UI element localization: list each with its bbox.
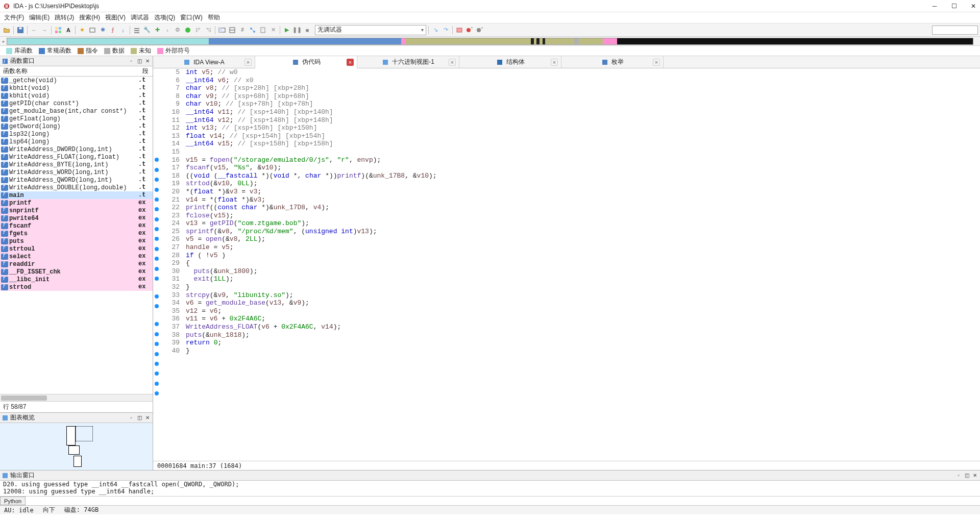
debugger-select[interactable]: 无调试器: [315, 25, 426, 35]
panel-close-button[interactable]: ✕: [144, 58, 151, 64]
code-line[interactable]: {: [186, 259, 980, 267]
function-row[interactable]: __FD_ISSET_chkex: [0, 268, 153, 276]
menu-jump[interactable]: 跳转(J): [53, 12, 76, 23]
breakpoint-dot[interactable]: [155, 267, 159, 271]
function-row[interactable]: getPID(char const*).t: [0, 100, 153, 107]
breakpoint-dot[interactable]: [155, 342, 159, 346]
tab-ida-view[interactable]: IDA View-A ×: [153, 56, 255, 68]
function-row[interactable]: readdirex: [0, 260, 153, 268]
code-line[interactable]: return 0;: [186, 339, 980, 347]
menu-view[interactable]: 视图(V): [103, 12, 128, 23]
functions-col-seg[interactable]: 段: [138, 67, 153, 76]
function-row[interactable]: WriteAddress_QWORD(long,int).t: [0, 176, 153, 184]
breakpoint-dot[interactable]: [155, 178, 159, 182]
code-line[interactable]: fclose(v15);: [186, 212, 980, 220]
code-line[interactable]: }: [186, 283, 980, 291]
tab-structs[interactable]: 结构体 ×: [459, 56, 561, 68]
code-line[interactable]: v15 = fopen("/storage/emulated/0/js", "r…: [186, 156, 980, 164]
maximize-button[interactable]: ☐: [950, 3, 958, 10]
tab-hex[interactable]: 十六进制视图-1 ×: [357, 56, 459, 68]
function-row[interactable]: lsp32(long).t: [0, 130, 153, 138]
functions-list[interactable]: _getche(void).tkbhit(void).tkbhit(void).…: [0, 77, 153, 394]
code-button[interactable]: [88, 26, 97, 35]
open-button[interactable]: [2, 26, 11, 35]
output-pop-button[interactable]: ◫: [964, 473, 970, 479]
function-row[interactable]: getFloat(long).t: [0, 115, 153, 122]
function-row[interactable]: strtoulex: [0, 245, 153, 253]
function-row[interactable]: _getche(void).t: [0, 77, 153, 84]
output-restore-button[interactable]: ▫: [955, 473, 962, 479]
code-line[interactable]: if ( !v5 ): [186, 252, 980, 260]
function-row[interactable]: strtodex: [0, 283, 153, 291]
bp-list-button[interactable]: [455, 26, 464, 35]
graph-button[interactable]: [248, 26, 257, 35]
breakpoint-dot[interactable]: [155, 217, 159, 221]
breakpoint-dot[interactable]: [155, 362, 159, 366]
code-line[interactable]: v13 = getPID("com.ztgame.bob");: [186, 219, 980, 228]
tab-enums[interactable]: 枚举 ×: [561, 56, 664, 68]
function-row[interactable]: kbhit(void).t: [0, 92, 153, 100]
code-line[interactable]: [186, 148, 980, 156]
function-row[interactable]: get_module_base(int,char const*).t: [0, 107, 153, 115]
breakpoint-dot[interactable]: [155, 304, 159, 308]
code-line[interactable]: strcpy(&v9, "libunity.so");: [186, 291, 980, 300]
breakpoint-dot[interactable]: [155, 197, 159, 202]
code-line[interactable]: char v8; // [xsp+28h] [xbp+28h]: [186, 84, 980, 92]
breakpoint-dot[interactable]: [155, 332, 159, 336]
function-row[interactable]: putsex: [0, 237, 153, 245]
code-line[interactable]: handle = v5;: [186, 243, 980, 252]
breakpoint-dot[interactable]: [155, 391, 159, 395]
breakpoint-dot[interactable]: [155, 257, 159, 261]
gear-icon[interactable]: ⚙: [173, 26, 182, 35]
output-close-button[interactable]: ✕: [972, 473, 978, 479]
code-line[interactable]: puts(&unk_1818);: [186, 331, 980, 339]
menu-debugger[interactable]: 调试器: [129, 12, 151, 23]
hex-view-button[interactable]: #: [238, 26, 247, 35]
tab-close-icon[interactable]: ×: [449, 59, 456, 66]
bp-del-button[interactable]: ×: [475, 26, 484, 35]
run-button[interactable]: ▶: [282, 26, 291, 35]
code-line[interactable]: v14 = *(float *)&v3;: [186, 196, 980, 204]
code-line[interactable]: fscanf(v15, "%s", &v10);: [186, 164, 980, 172]
code-line[interactable]: v12 = v6;: [186, 307, 980, 315]
code-line[interactable]: printf((const char *)&unk_17D8, v4);: [186, 204, 980, 212]
add-plus-button[interactable]: ✚: [153, 26, 162, 35]
breakpoint-dot[interactable]: [155, 247, 159, 251]
breakpoint-dot[interactable]: [155, 294, 159, 299]
function-row[interactable]: printfex: [0, 199, 153, 207]
stop-button[interactable]: ■: [303, 26, 312, 35]
func-button[interactable]: ⨍: [108, 26, 117, 35]
breakpoint-dot[interactable]: [155, 168, 159, 172]
highlight-button[interactable]: [54, 26, 63, 35]
tab-close-icon[interactable]: ×: [551, 59, 558, 66]
function-row[interactable]: main.t: [0, 191, 153, 199]
breakpoint-dot[interactable]: [155, 207, 159, 211]
code-line[interactable]: int v5; // w0: [186, 68, 980, 77]
code-line[interactable]: v6 = get_module_base(v13, &v9);: [186, 299, 980, 307]
breakpoint-dot[interactable]: [155, 371, 159, 376]
star-button[interactable]: ★: [78, 26, 87, 35]
code-line[interactable]: }: [186, 347, 980, 355]
functions-col-name[interactable]: 函数名称: [0, 67, 138, 76]
code-line[interactable]: float v14; // [xsp+154h] [xbp+154h]: [186, 132, 980, 140]
code-line[interactable]: puts(&unk_1800);: [186, 267, 980, 276]
code-line[interactable]: WriteAddress_FLOAT(v6 + 0x2F4A6C, v14);: [186, 323, 980, 331]
code-line[interactable]: *(float *)&v3 = v3;: [186, 188, 980, 196]
function-row[interactable]: WriteAddress_DWORD(long,int).t: [0, 145, 153, 153]
function-row[interactable]: getDword(long).t: [0, 122, 153, 130]
nav-back-button[interactable]: ←: [30, 26, 39, 35]
breakpoint-dot[interactable]: [155, 237, 159, 241]
function-row[interactable]: fgetsex: [0, 230, 153, 237]
panel-pop-button[interactable]: ◫: [136, 58, 142, 64]
text-button[interactable]: A: [64, 26, 73, 35]
code-line[interactable]: char v9; // [xsp+68h] [xbp+68h]: [186, 92, 980, 101]
step-over-button[interactable]: ↷: [441, 26, 450, 35]
output-text[interactable]: D20. using guessed type __int64 __fastca…: [0, 481, 980, 496]
chevron-button[interactable]: ›: [163, 26, 172, 35]
menu-search[interactable]: 搜索(H): [77, 12, 102, 23]
breakpoint-dot[interactable]: [155, 277, 159, 281]
save-button[interactable]: [16, 26, 25, 35]
bp-add-button[interactable]: +: [465, 26, 474, 35]
code-line[interactable]: sprintf(&v8, "/proc/%d/mem", (unsigned i…: [186, 228, 980, 236]
menu-options[interactable]: 选项(Q): [152, 12, 177, 23]
